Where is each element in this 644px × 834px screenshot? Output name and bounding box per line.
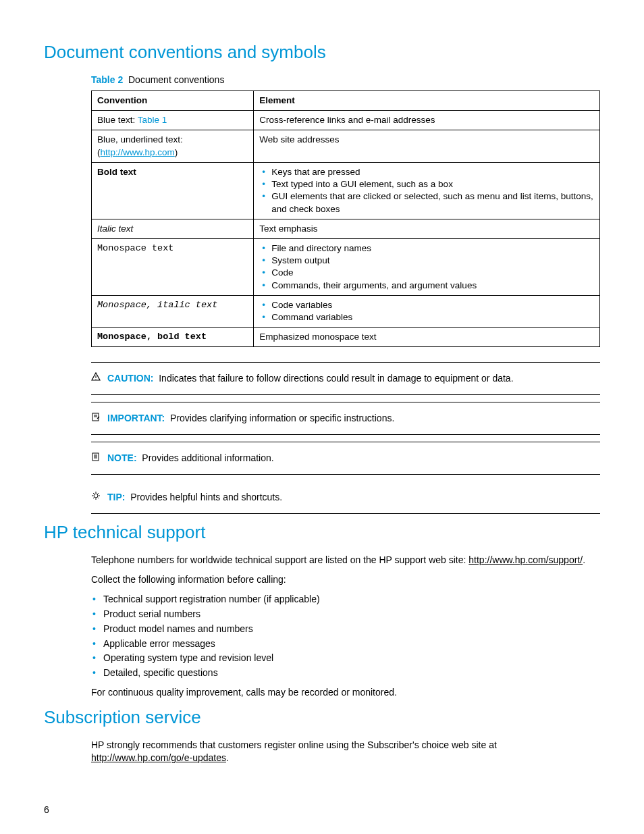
th-element: Element bbox=[254, 90, 600, 110]
table-row: Monospace, bold text Emphasized monospac… bbox=[92, 328, 600, 347]
svg-point-9 bbox=[94, 494, 98, 498]
th-convention: Convention bbox=[92, 90, 254, 110]
cell-text: Monospace, italic text bbox=[92, 295, 254, 327]
table-row: Blue text: Table 1 Cross-reference links… bbox=[92, 111, 600, 130]
link-hp-support[interactable]: http://www.hp.com/support/ bbox=[468, 554, 583, 565]
list-item: Technical support registration number (i… bbox=[103, 593, 600, 606]
table-row: Bold text Keys that are pressed Text typ… bbox=[92, 162, 600, 219]
list-item: File and directory names bbox=[271, 242, 594, 255]
important-icon bbox=[91, 412, 103, 425]
list-item: Detailed, specific questions bbox=[103, 667, 600, 679]
cell-text: Monospace, bold text bbox=[92, 328, 254, 347]
list-item: Command variables bbox=[271, 311, 594, 323]
svg-point-1 bbox=[95, 379, 96, 380]
tip-icon bbox=[91, 491, 103, 504]
cell-text: Emphasized monospace text bbox=[254, 328, 600, 347]
table-row: Monospace, italic text Code variables Co… bbox=[92, 295, 600, 327]
cell-text: Bold text bbox=[92, 162, 254, 219]
support-list: Technical support registration number (i… bbox=[103, 593, 600, 679]
paragraph: Collect the following information before… bbox=[91, 573, 600, 586]
link-table1[interactable]: Table 1 bbox=[138, 115, 167, 125]
cell-text: ) bbox=[175, 147, 178, 157]
admon-label: CAUTION: bbox=[107, 373, 153, 384]
admon-text: Provides clarifying information or speci… bbox=[170, 413, 394, 423]
svg-line-17 bbox=[93, 498, 94, 498]
list-item: Product serial numbers bbox=[103, 608, 600, 621]
paragraph: Telephone numbers for worldwide technica… bbox=[91, 554, 600, 567]
heading-doc-conventions: Document conventions and symbols bbox=[44, 41, 600, 64]
table-row: Monospace text File and directory names … bbox=[92, 238, 600, 295]
admonition-note: NOTE: Provides additional information. bbox=[91, 442, 600, 475]
cell-text: Cross-reference links and e-mail address… bbox=[254, 111, 600, 130]
list-item: GUI elements that are clicked or selecte… bbox=[271, 190, 594, 215]
table-caption-text: Document conventions bbox=[128, 74, 224, 85]
svg-line-16 bbox=[98, 493, 99, 494]
list-item: Keys that are pressed bbox=[271, 166, 594, 178]
list-item: System output bbox=[271, 255, 594, 267]
note-icon bbox=[91, 452, 103, 465]
list-item: Code variables bbox=[271, 299, 594, 311]
list-item: Operating system type and revision level bbox=[103, 652, 600, 664]
admon-text: Indicates that failure to follow directi… bbox=[159, 373, 513, 384]
list-item: Commands, their arguments, and argument … bbox=[271, 280, 594, 292]
link-hp[interactable]: http://www.hp.com bbox=[101, 147, 175, 157]
admon-label: NOTE: bbox=[107, 452, 137, 463]
list-item: Product model names and numbers bbox=[103, 623, 600, 635]
cell-text: Blue text: bbox=[97, 115, 138, 125]
table-row: Blue, underlined text: (http://www.hp.co… bbox=[92, 130, 600, 162]
svg-line-14 bbox=[93, 493, 94, 494]
heading-tech-support: HP technical support bbox=[44, 521, 600, 544]
admonition-important: IMPORTANT: Provides clarifying informati… bbox=[91, 402, 600, 435]
svg-line-15 bbox=[98, 498, 99, 498]
table-caption: Table 2 Document conventions bbox=[91, 74, 600, 86]
cell-text: Web site addresses bbox=[254, 130, 600, 162]
admonition-caution: CAUTION: Indicates that failure to follo… bbox=[91, 362, 600, 395]
paragraph: For continuous quality improvement, call… bbox=[91, 686, 600, 699]
admon-label: TIP: bbox=[107, 492, 125, 502]
caution-icon bbox=[91, 372, 103, 385]
cell-text: Text emphasis bbox=[254, 219, 600, 238]
link-eupdates[interactable]: http://www.hp.com/go/e-updates bbox=[91, 752, 226, 763]
list-item: Code bbox=[271, 267, 594, 279]
admon-label: IMPORTANT: bbox=[107, 413, 165, 423]
admonition-tip: TIP: Provides helpful hints and shortcut… bbox=[91, 481, 600, 514]
table-row: Italic text Text emphasis bbox=[92, 219, 600, 238]
heading-subscription: Subscription service bbox=[44, 706, 600, 729]
table-caption-label: Table 2 bbox=[91, 74, 123, 85]
conventions-table: Convention Element Blue text: Table 1 Cr… bbox=[91, 90, 600, 348]
cell-text: Monospace text bbox=[92, 238, 254, 295]
admon-text: Provides additional information. bbox=[142, 452, 273, 463]
cell-text: Italic text bbox=[92, 219, 254, 238]
list-item: Text typed into a GUI element, such as a… bbox=[271, 178, 594, 190]
admon-text: Provides helpful hints and shortcuts. bbox=[130, 492, 282, 502]
paragraph: HP strongly recommends that customers re… bbox=[91, 739, 600, 764]
list-item: Applicable error messages bbox=[103, 637, 600, 650]
